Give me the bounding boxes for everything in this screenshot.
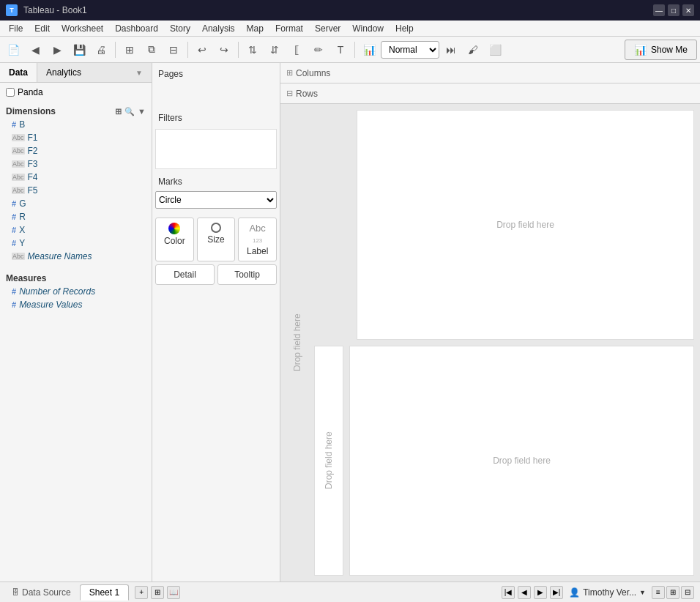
duplicate-button[interactable]: ⧉: [141, 40, 162, 60]
user-info: 👤 Timothy Ver... ▼: [569, 587, 646, 598]
menu-edit[interactable]: Edit: [29, 22, 56, 35]
menu-file[interactable]: File: [3, 22, 29, 35]
undo-button[interactable]: ↩: [192, 40, 212, 60]
maximize-button[interactable]: □: [668, 4, 679, 16]
menu-analysis[interactable]: Analysis: [196, 22, 241, 35]
analytics-tab[interactable]: Analytics ▼: [37, 63, 152, 82]
nav-controls: |◀ ◀ ▶ ▶|: [502, 586, 563, 599]
menu-help[interactable]: Help: [390, 22, 420, 35]
dim-item-F5[interactable]: Abc F5: [0, 184, 152, 197]
new-worksheet-button[interactable]: +: [135, 586, 148, 599]
dim-item-measure-names[interactable]: Abc Measure Names: [0, 250, 152, 263]
separator-4: [354, 42, 355, 58]
data-tab[interactable]: Data: [0, 63, 37, 82]
data-source-checkbox[interactable]: [6, 88, 15, 97]
first-button[interactable]: |◀: [502, 586, 515, 599]
columns-label: ⊞ Columns: [286, 68, 338, 78]
view-list-button[interactable]: ≡: [652, 586, 665, 599]
data-source-name: Panda: [18, 87, 43, 97]
filters-drop-area[interactable]: [155, 129, 277, 169]
left-panel: Data Analytics ▼ Panda Dimensions ⊞ 🔍 ▼: [0, 63, 152, 581]
label-button[interactable]: Abc123 Label: [238, 218, 277, 261]
filter-button[interactable]: ⇵: [264, 40, 285, 60]
group-button[interactable]: ⟦: [286, 40, 307, 60]
dim-item-G[interactable]: # G: [0, 197, 152, 210]
minimize-button[interactable]: —: [653, 4, 665, 16]
new-dashboard-button[interactable]: ⊞: [151, 586, 164, 599]
filters-title: Filters: [155, 110, 277, 127]
menu-worksheet[interactable]: Worksheet: [56, 22, 109, 35]
new-workbook-button[interactable]: 📄: [3, 40, 23, 60]
data-source-tab[interactable]: 🗄 Data Source: [6, 585, 77, 600]
prev-button[interactable]: ◀: [518, 586, 531, 599]
grid-button[interactable]: ⊟: [163, 40, 184, 60]
color-button[interactable]: Color: [155, 218, 194, 261]
dim-item-Y[interactable]: # Y: [0, 237, 152, 250]
detail-button[interactable]: Detail: [155, 264, 215, 285]
redo-button[interactable]: ↪: [214, 40, 234, 60]
dim-item-R[interactable]: # R: [0, 210, 152, 223]
next-button[interactable]: ▶: [534, 586, 547, 599]
back-button[interactable]: ◀: [25, 40, 45, 60]
measure-item-records[interactable]: # Number of Records: [0, 285, 152, 298]
measure-item-values[interactable]: # Measure Values: [0, 298, 152, 311]
close-button[interactable]: ✕: [682, 4, 694, 16]
dim-item-F2[interactable]: Abc F2: [0, 144, 152, 157]
layout-button[interactable]: ⊞: [119, 40, 140, 60]
grid-view-icon[interactable]: ⊞: [115, 107, 122, 116]
canvas-grid: Drop field here Drop field here Drop fie…: [314, 110, 694, 576]
last-button[interactable]: ▶|: [550, 586, 563, 599]
user-dropdown-icon[interactable]: ▼: [639, 589, 646, 596]
rows-drop-area[interactable]: [342, 86, 694, 101]
sheet-tab-1[interactable]: Sheet 1: [80, 584, 129, 601]
dim-item-B[interactable]: # B: [0, 118, 152, 131]
columns-drop-area[interactable]: [342, 66, 694, 81]
separator-3: [238, 42, 239, 58]
print-button[interactable]: 🖨: [91, 40, 111, 60]
more-icon[interactable]: ▼: [138, 107, 146, 116]
view-dropdown[interactable]: Normal: [381, 41, 439, 59]
new-story-button[interactable]: 📖: [167, 586, 180, 599]
canvas-row-top: Drop field here: [314, 110, 694, 340]
text-button[interactable]: T: [330, 40, 351, 60]
columns-shelf[interactable]: ⊞ Columns: [280, 63, 700, 83]
forward-button[interactable]: ▶: [47, 40, 67, 60]
search-icon[interactable]: 🔍: [124, 107, 135, 116]
menu-story[interactable]: Story: [164, 22, 196, 35]
measures-section: Measures # Number of Records # Measure V…: [0, 269, 152, 311]
menu-server[interactable]: Server: [309, 22, 346, 35]
canvas-cell-top[interactable]: Drop field here: [357, 110, 694, 340]
annotation-button[interactable]: ✏: [308, 40, 329, 60]
data-source-item[interactable]: Panda: [6, 86, 146, 99]
marks-type-dropdown[interactable]: Circle: [155, 191, 277, 209]
tooltip-button[interactable]: Tooltip: [217, 264, 277, 285]
end-button[interactable]: ⏭: [441, 40, 461, 60]
canvas-cell-main[interactable]: Drop field here: [349, 346, 694, 576]
canvas-cell-drop-left[interactable]: Drop field here: [314, 346, 343, 576]
dim-item-F3[interactable]: Abc F3: [0, 157, 152, 171]
view-fit-button[interactable]: ⊟: [681, 586, 694, 599]
menu-dashboard[interactable]: Dashboard: [109, 22, 164, 35]
menu-map[interactable]: Map: [241, 22, 269, 35]
marks-title: Marks: [155, 174, 277, 191]
paint-button[interactable]: 🖌: [463, 40, 483, 60]
size-button[interactable]: Size: [197, 218, 236, 261]
chart-button[interactable]: 📊: [359, 40, 379, 60]
app-title: Tableau - Book1: [23, 5, 647, 15]
sort-button[interactable]: ⇅: [242, 40, 263, 60]
menu-window[interactable]: Window: [346, 22, 390, 35]
menu-format[interactable]: Format: [269, 22, 309, 35]
size-icon: [211, 223, 221, 233]
save-button[interactable]: 💾: [69, 40, 89, 60]
rows-shelf[interactable]: ⊟ Rows: [280, 83, 700, 104]
drop-field-left[interactable]: Drop field here: [286, 110, 308, 576]
dim-item-X[interactable]: # X: [0, 223, 152, 237]
view-grid-button[interactable]: ⊞: [666, 586, 679, 599]
show-me-button[interactable]: 📊 Show Me: [625, 40, 697, 60]
separator-1: [115, 42, 116, 58]
canvas-area: ⊞ Columns ⊟ Rows Drop field here Drop fi…: [280, 63, 700, 581]
canvas-row-main: Drop field here Drop field here: [314, 346, 694, 576]
dim-item-F1[interactable]: Abc F1: [0, 131, 152, 144]
tooltip-toggle-button[interactable]: ⬜: [485, 40, 505, 60]
dim-item-F4[interactable]: Abc F4: [0, 171, 152, 184]
